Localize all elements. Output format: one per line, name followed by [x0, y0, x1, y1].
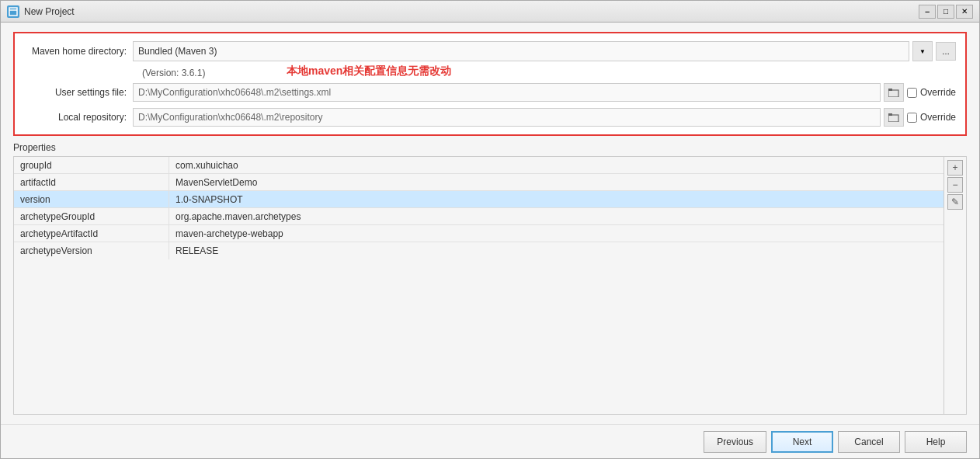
add-property-button[interactable]: +: [947, 160, 963, 176]
content-area: Maven home directory: ▼ … (Version: 3.6.…: [1, 23, 979, 424]
window-icon: [7, 5, 19, 18]
table-actions: + − ✎: [944, 157, 966, 414]
properties-label: Properties: [13, 142, 967, 153]
version-row: (Version: 3.6.1): [24, 68, 956, 78]
maven-home-dropdown-button[interactable]: ▼: [912, 41, 933, 61]
user-settings-override-wrapper: Override: [907, 87, 956, 98]
help-button[interactable]: Help: [905, 431, 967, 453]
version-text: (Version: 3.6.1): [139, 68, 205, 78]
local-repo-input-wrapper: Override: [133, 108, 956, 127]
property-value-5: RELEASE: [169, 242, 944, 259]
user-settings-label: User settings file:: [24, 87, 133, 98]
user-settings-row: User settings file: Override: [24, 83, 956, 102]
user-settings-input[interactable]: [133, 83, 881, 102]
maven-home-row: Maven home directory: ▼ …: [24, 41, 956, 61]
property-value-4: maven-archetype-webapp: [169, 225, 944, 242]
svg-rect-0: [9, 8, 17, 16]
annotation-text: 本地maven相关配置信息无需改动: [287, 64, 451, 78]
property-key-3: archetypeGroupId: [14, 208, 169, 224]
local-repo-override-wrapper: Override: [907, 112, 956, 123]
table-row: artifactId MavenServletDemo: [14, 174, 944, 191]
maven-config-section: Maven home directory: ▼ … (Version: 3.6.…: [13, 32, 967, 136]
window-title: New Project: [24, 6, 919, 17]
property-key-4: archetypeArtifactId: [14, 225, 169, 242]
local-repo-label: Local repository:: [24, 112, 133, 123]
previous-button[interactable]: Previous: [704, 431, 766, 453]
property-key-2: version: [14, 191, 169, 207]
user-settings-browse-button[interactable]: [884, 83, 904, 102]
svg-rect-3: [888, 89, 892, 91]
properties-table-content: groupId com.xuhuichao artifactId MavenSe…: [14, 157, 944, 414]
title-bar: New Project ‒ □ ✕: [1, 1, 979, 23]
property-key-1: artifactId: [14, 174, 169, 190]
local-repo-row: Local repository: Override: [24, 108, 956, 127]
maven-home-browse-button[interactable]: …: [936, 42, 956, 61]
maven-home-input[interactable]: [133, 41, 909, 61]
user-settings-override-checkbox[interactable]: [907, 88, 917, 98]
property-value-0: com.xuhuichao: [169, 157, 944, 173]
close-button[interactable]: ✕: [956, 5, 973, 19]
svg-rect-2: [888, 90, 898, 97]
property-value-2: 1.0-SNAPSHOT: [169, 191, 944, 207]
property-key-5: archetypeVersion: [14, 242, 169, 259]
properties-section: Properties groupId com.xuhuichao artifac…: [13, 142, 967, 415]
edit-property-button[interactable]: ✎: [947, 194, 963, 210]
cancel-button[interactable]: Cancel: [838, 431, 900, 453]
local-repo-override-label: Override: [920, 112, 956, 123]
table-row: groupId com.xuhuichao: [14, 157, 944, 174]
property-key-0: groupId: [14, 157, 169, 173]
next-button[interactable]: Next: [771, 431, 833, 453]
window-controls: ‒ □ ✕: [919, 5, 973, 19]
user-settings-override-label: Override: [920, 87, 956, 98]
svg-rect-5: [888, 113, 892, 116]
maven-home-label: Maven home directory:: [24, 46, 133, 57]
local-repo-override-checkbox[interactable]: [907, 113, 917, 123]
new-project-window: New Project ‒ □ ✕ Maven home directory: …: [0, 0, 980, 459]
bottom-bar: Previous Next Cancel Help: [1, 424, 979, 458]
maven-home-input-wrapper: ▼ …: [133, 41, 956, 61]
user-settings-input-wrapper: Override: [133, 83, 956, 102]
property-value-3: org.apache.maven.archetypes: [169, 208, 944, 224]
properties-table-wrapper: groupId com.xuhuichao artifactId MavenSe…: [13, 156, 967, 415]
remove-property-button[interactable]: −: [947, 177, 963, 193]
table-row: archetypeVersion RELEASE: [14, 242, 944, 259]
local-repo-browse-button[interactable]: [884, 108, 904, 127]
local-repo-input[interactable]: [133, 108, 881, 127]
svg-rect-4: [888, 115, 898, 122]
property-value-1: MavenServletDemo: [169, 174, 944, 190]
table-row: archetypeGroupId org.apache.maven.archet…: [14, 208, 944, 225]
maximize-button[interactable]: □: [937, 5, 954, 19]
table-row: archetypeArtifactId maven-archetype-weba…: [14, 225, 944, 242]
minimize-button[interactable]: ‒: [919, 5, 936, 19]
table-row-selected[interactable]: version 1.0-SNAPSHOT: [14, 191, 944, 208]
